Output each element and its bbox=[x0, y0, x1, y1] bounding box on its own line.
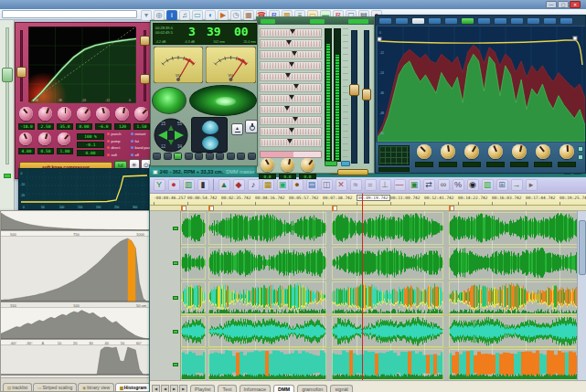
scroll-arrow-0[interactable]: ◀ bbox=[152, 385, 160, 392]
vu-small-button-6[interactable] bbox=[216, 153, 224, 160]
spectrum-knob-6[interactable] bbox=[559, 144, 574, 159]
screen-icon[interactable]: ▣ bbox=[409, 179, 421, 191]
track-arm-led-4[interactable] bbox=[173, 363, 178, 366]
vu-small-button-5[interactable] bbox=[206, 153, 214, 160]
comp-radio-instant[interactable]: instant bbox=[131, 132, 145, 136]
mastering-band-row-2[interactable] bbox=[260, 50, 322, 59]
comp-knob-r1-5[interactable] bbox=[115, 107, 129, 121]
comp-knob-r1-2[interactable] bbox=[58, 107, 71, 121]
comp-right-fader-handle-b[interactable] bbox=[140, 74, 150, 84]
histogram-tab-Striped-scaling[interactable]: ▭Striped scaling bbox=[33, 383, 77, 391]
comp-radio-band-pass[interactable]: band pass bbox=[131, 145, 152, 150]
ruler-label-10[interactable]: 00:16:03.742 bbox=[492, 196, 522, 200]
comp-radio-soft[interactable]: soft bbox=[107, 153, 117, 157]
mastering-band-row-3[interactable] bbox=[260, 61, 322, 70]
eject-button[interactable]: ▲ bbox=[231, 123, 243, 135]
spectrum-toolbar-button-0[interactable] bbox=[378, 17, 392, 25]
ruler-label-12[interactable]: 00:19:25.742 bbox=[559, 196, 586, 200]
editor-tab-Informace[interactable]: Informace bbox=[240, 385, 271, 392]
comp-knob-r2-1[interactable] bbox=[38, 132, 51, 145]
comp-radio-punch[interactable]: punch bbox=[107, 132, 121, 136]
vu-small-button-1[interactable] bbox=[164, 153, 172, 160]
mastering-band-row-8[interactable] bbox=[260, 116, 322, 125]
histogram-tab-tracklist[interactable]: ▤tracklist bbox=[3, 383, 32, 391]
levels-icon[interactable]: ▥ bbox=[183, 179, 195, 191]
scroll-arrow-2[interactable]: ▶ bbox=[170, 385, 178, 392]
mastering-gold-button[interactable] bbox=[337, 169, 368, 175]
vu-small-button-2[interactable] bbox=[174, 153, 182, 160]
spectrum-toolbar-button-1[interactable] bbox=[395, 17, 409, 25]
editor-tab-signál[interactable]: signál bbox=[330, 385, 352, 392]
editor-tab-DMM[interactable]: DMM bbox=[273, 385, 294, 392]
comp-radio-direct[interactable]: direct bbox=[107, 145, 120, 150]
vu-small-button-4[interactable] bbox=[195, 153, 203, 160]
track-arm-led-1[interactable] bbox=[173, 261, 178, 265]
mastering-band-row-10[interactable] bbox=[260, 138, 322, 147]
mastering-band-row-1[interactable] bbox=[260, 39, 322, 48]
spectrum-knob-2[interactable] bbox=[464, 144, 479, 159]
scroll-arrow-3[interactable]: ▶ bbox=[179, 385, 187, 392]
ruler-label-2[interactable]: 00:02:35.742 bbox=[221, 196, 251, 200]
spectrum-knob-3[interactable] bbox=[488, 144, 503, 159]
ruler-label-5[interactable]: 00:07:38.742 bbox=[323, 196, 353, 200]
comp-knob-r2-2[interactable] bbox=[58, 132, 70, 145]
mastering-pink-row[interactable] bbox=[260, 151, 322, 158]
comp-knob-r2-0[interactable] bbox=[19, 132, 32, 145]
master-fader-handle-1[interactable] bbox=[349, 84, 359, 96]
vu-small-button-7[interactable] bbox=[227, 153, 235, 160]
ruler-label-8[interactable]: 00:12:41.742 bbox=[424, 196, 454, 200]
comp-knob-r1-0[interactable] bbox=[19, 107, 33, 121]
ruler-label-3[interactable]: 00:04:16.742 bbox=[255, 196, 285, 200]
vscroll-thumb[interactable] bbox=[579, 220, 586, 275]
spectrum-toolbar-button-5[interactable] bbox=[461, 17, 474, 25]
spectrum-mini-button-2[interactable] bbox=[578, 154, 583, 160]
spectrum-toolbar-button-8[interactable] bbox=[510, 17, 524, 25]
spectrum-toolbar-button-6[interactable] bbox=[477, 17, 491, 25]
track-arm-led-0[interactable] bbox=[173, 227, 178, 230]
scroll-arrow-1[interactable]: ◀ bbox=[161, 385, 169, 392]
left-fader-handle[interactable] bbox=[2, 68, 13, 82]
y-tool-icon[interactable]: Y bbox=[154, 179, 165, 191]
mixer-icon[interactable]: ⊞ bbox=[496, 179, 508, 191]
editor-vscrollbar[interactable] bbox=[577, 211, 586, 380]
cursor-icon[interactable]: ▮ bbox=[197, 179, 209, 191]
playhead-cursor[interactable] bbox=[362, 194, 363, 380]
percent-icon[interactable]: % bbox=[453, 179, 464, 191]
editor-tab-gramofon[interactable]: gramofon bbox=[297, 385, 327, 392]
search-combo[interactable] bbox=[2, 10, 137, 18]
comp-left-fader-handle[interactable] bbox=[16, 67, 27, 78]
align-icon[interactable]: = bbox=[365, 179, 377, 191]
mastering-knob-0[interactable] bbox=[261, 158, 274, 172]
close-button[interactable]: ✕ bbox=[570, 1, 581, 8]
ruler-label-11[interactable]: 00:17:44.742 bbox=[526, 196, 556, 200]
vu-small-button-9[interactable] bbox=[248, 153, 256, 160]
mastering-knob-2[interactable] bbox=[301, 158, 314, 172]
marker-icon[interactable]: ◆ bbox=[233, 179, 245, 191]
spectrum-toolbar-button-3[interactable] bbox=[428, 17, 442, 25]
mastering-band-row-4[interactable] bbox=[260, 72, 322, 81]
more-icon[interactable]: ▸ bbox=[526, 179, 538, 191]
loop-icon[interactable]: ∞ bbox=[438, 179, 450, 191]
mastering-band-row-9[interactable] bbox=[260, 127, 322, 136]
spectrum-toolbar-button-9[interactable] bbox=[527, 17, 540, 25]
track-arm-led-2[interactable] bbox=[173, 296, 178, 300]
ruler-label-4[interactable]: 00:05:57.742 bbox=[289, 196, 319, 200]
spectrum-toolbar-button-2[interactable] bbox=[411, 17, 425, 25]
import-icon[interactable]: ▲ bbox=[218, 179, 230, 191]
mastering-band-row-6[interactable] bbox=[260, 94, 322, 103]
maximize-button[interactable]: ▢ bbox=[558, 1, 569, 8]
histogram-tab-binary-view[interactable]: ◉binary view bbox=[78, 383, 114, 391]
spectrum-knob-5[interactable] bbox=[536, 144, 550, 159]
comp-radio-fat[interactable]: fat bbox=[131, 139, 139, 143]
cut-icon[interactable]: ✕ bbox=[336, 179, 347, 191]
spectrum-knob-0[interactable] bbox=[417, 144, 432, 159]
mastering-knob-1[interactable] bbox=[281, 158, 294, 172]
spectrum-knob-1[interactable] bbox=[441, 144, 455, 159]
mastering-band-row-7[interactable] bbox=[260, 105, 322, 114]
comp-radio-off[interactable]: off bbox=[131, 153, 139, 157]
comp-right-fader-handle-a[interactable] bbox=[140, 36, 150, 46]
record2-icon[interactable]: ◉ bbox=[467, 179, 479, 191]
mastering-band-row-5[interactable] bbox=[260, 83, 322, 92]
histogram-tab-Histogram[interactable]: ▆Histogram bbox=[115, 383, 150, 391]
spectrum-toolbar-button-7[interactable] bbox=[494, 17, 507, 25]
